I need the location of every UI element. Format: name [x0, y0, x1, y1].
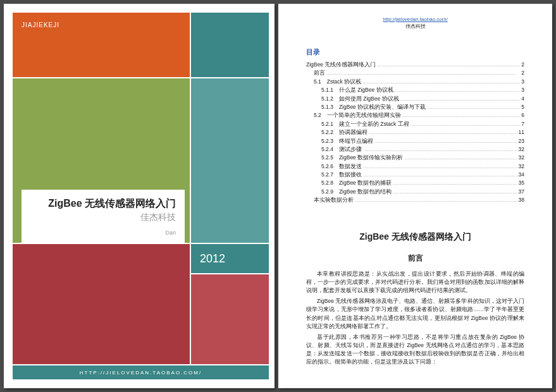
- toc-dots: [363, 145, 517, 154]
- toc-page: 32: [519, 154, 524, 162]
- toc-dots: [363, 162, 517, 171]
- toc-page: 7: [521, 120, 524, 128]
- toc-label: 5.1 Zstack 协议栈: [314, 78, 361, 86]
- toc-page: 35: [519, 179, 524, 187]
- toc-row: 5.2.4 测试步骤32: [306, 145, 524, 154]
- toc-label: 本实验数据分析: [314, 196, 354, 204]
- toc-row: 5.1.3 ZigBee 协议栈的安装、编译与下载5: [306, 103, 524, 111]
- toc-page: 2: [521, 69, 524, 77]
- paragraph: ZigBee 无线传感器网络涉及电子、电路、通信、射频等多学科的知识，这对于入门…: [306, 297, 524, 331]
- cover-title: ZigBee 无线传感器网络入门: [30, 197, 176, 211]
- toc-label: 5.2.9 ZigBee 数据包的结构: [321, 188, 392, 196]
- toc-dots: [404, 154, 517, 162]
- toc-page: 6: [521, 111, 524, 119]
- cover-footer-text: HTTP://JIELOVEDAN.TAOBAO.COM/: [80, 370, 202, 376]
- toc-dots: [427, 103, 520, 111]
- toc-page: 11: [519, 128, 524, 137]
- toc-page: 37: [519, 188, 524, 196]
- block-red: [13, 244, 190, 364]
- toc-label: 5.2.7 数据接收: [321, 171, 362, 179]
- toc-row: 5.2.9 ZigBee 数据包的结构37: [306, 188, 524, 196]
- paragraph: 基于此原因，本书推荐另一种学习思路，不是将学习重点放在复杂的 ZigBee 协议…: [306, 333, 524, 367]
- toc-row: 5.2.6 数据发送32: [306, 162, 524, 171]
- toc-label: 5.2 一个简单的无线传输组网实验: [314, 111, 401, 119]
- toc-dots: [374, 137, 517, 145]
- toc-label: 5.2.6 数据发送: [321, 162, 362, 171]
- toc-label: 5.1.3 ZigBee 协议栈的安装、编译与下载: [321, 103, 426, 111]
- toc-row: 5.1 Zstack 协议栈3: [306, 78, 524, 86]
- toc-heading: 目录: [306, 47, 524, 57]
- toc-row: 5.2.1 建立一个全新的 Zstack 工程7: [306, 120, 524, 128]
- toc-label: 5.1.1 什么是 ZigBee 协议栈: [321, 86, 393, 94]
- header-brand: 佳杰科技: [306, 23, 524, 30]
- toc-page: 38: [519, 196, 524, 204]
- toc-row: 5.2.7 数据接收34: [306, 171, 524, 179]
- toc-page: 23: [519, 137, 524, 145]
- cover-footer: HTTP://JIELOVEDAN.TAOBAO.COM/: [13, 365, 269, 379]
- toc-dots: [393, 188, 517, 196]
- toc-label: 5.2.1 建立一个全新的 Zstack 工程: [321, 120, 409, 128]
- toc-page: 5: [521, 103, 524, 111]
- toc-row: 5.2 一个简单的无线传输组网实验6: [306, 111, 524, 119]
- toc-row: 前言2: [306, 69, 524, 77]
- toc-page: 4: [521, 95, 524, 103]
- toc-page: 34: [519, 171, 524, 179]
- block-olive: ZigBee 无线传感器网络入门 佳杰科技 Dan: [13, 78, 190, 243]
- toc-dots: [402, 111, 520, 119]
- block-teal-right: [191, 78, 269, 243]
- toc-page: 2: [521, 61, 524, 69]
- toc-label: ZigBee 无线传感器网络入门: [306, 61, 376, 69]
- toc-label: 5.2.5 ZigBee 数据传输实验剖析: [321, 154, 403, 162]
- toc-row: 5.1.1 什么是 ZigBee 协议栈3: [306, 86, 524, 94]
- block-year: 2012: [191, 244, 269, 273]
- cover-author: Dan: [30, 230, 176, 236]
- body-subtitle: 前言: [306, 253, 524, 264]
- toc-dots: [395, 86, 521, 94]
- toc-dots: [363, 171, 517, 179]
- toc-page: 32: [519, 145, 524, 154]
- body-title: ZigBee 无线传感器网络入门: [306, 231, 524, 243]
- toc-page: 3: [521, 86, 524, 94]
- toc-row: 5.2.2 协调器编程11: [306, 128, 524, 137]
- toc-label: 5.2.2 协调器编程: [321, 128, 368, 137]
- toc-dots: [369, 128, 517, 137]
- paragraph: 本章教程讲授思路是：从实战出发，提出设计要求，然后开始协调器、终端的编程，一步一…: [306, 270, 524, 295]
- toc-row: 本实验数据分析38: [306, 196, 524, 204]
- block-red2: [191, 274, 269, 364]
- toc-dots: [411, 120, 521, 128]
- toc-dots: [355, 196, 517, 204]
- page-toc: http://jielovedan.taobao.com/ 佳杰科技 目录 Zi…: [278, 4, 552, 388]
- block-orange: JIAJIEKEJI: [13, 13, 190, 77]
- toc-row: ZigBee 无线传感器网络入门2: [306, 61, 524, 69]
- toc-page: 32: [519, 162, 524, 171]
- cover-subtitle: 佳杰科技: [30, 212, 176, 223]
- toc-row: 5.2.8 ZigBee 数据包的捕获35: [306, 179, 524, 187]
- toc-label: 前言: [314, 69, 325, 77]
- cover-header-label: JIAJIEKEJI: [22, 21, 59, 28]
- block-teal-top: [191, 13, 269, 77]
- toc-label: 5.1.2 如何使用 ZigBee 协议栈: [321, 95, 399, 103]
- cover-year: 2012: [200, 252, 225, 266]
- toc-list: ZigBee 无线传感器网络入门2前言25.1 Zstack 协议栈35.1.1…: [306, 61, 524, 205]
- toc-row: 5.2.3 终端节点编程23: [306, 137, 524, 145]
- title-box: ZigBee 无线传感器网络入门 佳杰科技 Dan: [22, 190, 185, 253]
- toc-dots: [393, 179, 517, 187]
- header-link[interactable]: http://jielovedan.taobao.com/: [306, 16, 524, 22]
- toc-label: 5.2.4 测试步骤: [321, 145, 362, 154]
- cover-layout: JIAJIEKEJI ZigBee 无线传感器网络入门 佳杰科技 Dan 201…: [13, 13, 266, 379]
- toc-label: 5.2.3 终端节点编程: [321, 137, 373, 145]
- toc-dots: [400, 95, 521, 103]
- toc-label: 5.2.8 ZigBee 数据包的捕获: [321, 179, 392, 187]
- page-cover: JIAJIEKEJI ZigBee 无线传感器网络入门 佳杰科技 Dan 201…: [4, 4, 275, 388]
- toc-row: 5.1.2 如何使用 ZigBee 协议栈4: [306, 95, 524, 103]
- toc-dots: [362, 78, 520, 86]
- toc-page: 3: [521, 78, 524, 86]
- toc-dots: [377, 61, 520, 69]
- toc-row: 5.2.5 ZigBee 数据传输实验剖析32: [306, 154, 524, 162]
- toc-dots: [326, 69, 520, 77]
